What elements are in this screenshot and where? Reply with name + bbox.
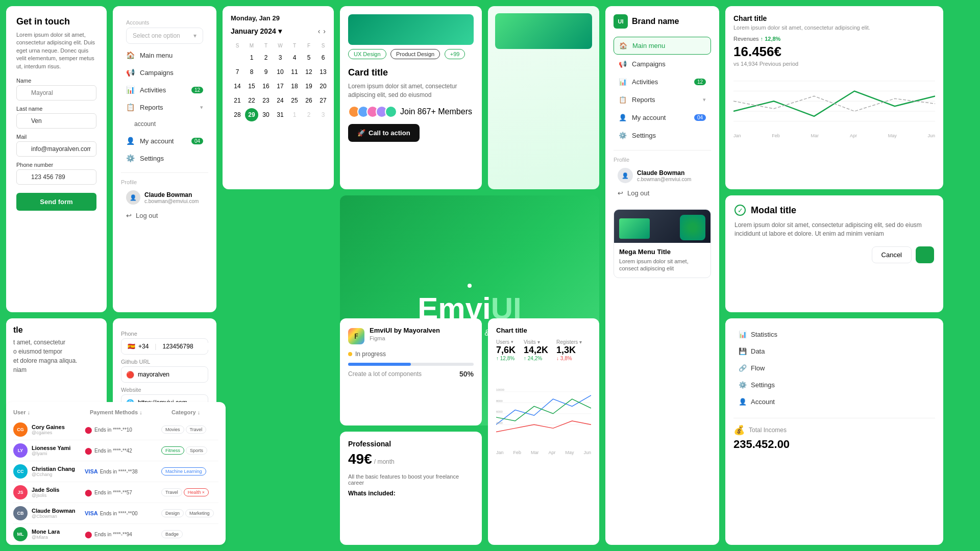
my-account-label: My account — [632, 114, 666, 121]
calendar-day[interactable]: 16 — [259, 80, 273, 93]
calendar-next-button[interactable]: › — [323, 27, 326, 35]
ux-card-image — [348, 14, 474, 45]
sidebar-item-reports[interactable]: 📋 Reports ▾ — [121, 99, 208, 115]
sidebar-item-my-account[interactable]: 👤 My account 04 — [121, 133, 208, 149]
reports-chevron-icon: ▾ — [200, 104, 203, 111]
right-nav-flow[interactable]: 🔗 Flow — [733, 360, 935, 376]
right-nav-account[interactable]: 👤 Account — [733, 394, 935, 410]
main-menu-icon: 🏠 — [619, 42, 627, 49]
calendar-day[interactable]: 22 — [245, 94, 258, 107]
phone-field-label: Phone — [121, 331, 208, 337]
sidebar2-item-settings[interactable]: ⚙️ Settings — [614, 127, 711, 144]
calendar-day[interactable]: 23 — [259, 94, 273, 107]
small-chart-svg: 10000 8000 6000 4000 — [496, 367, 591, 449]
flow-icon: 🔗 — [739, 364, 747, 372]
calendar-day[interactable]: 30 — [259, 108, 273, 121]
calendar-day[interactable]: 3 — [274, 51, 287, 64]
accounts-chevron-icon: ▾ — [193, 32, 197, 39]
sidebar2-profile-email: c.bowman@emviui.com — [637, 177, 691, 182]
right-nav-statistics[interactable]: 📊 Statistics — [733, 327, 935, 342]
calendar-day[interactable]: 15 — [245, 80, 258, 93]
phone-input[interactable] — [16, 169, 96, 185]
pricing-card: Professional 49€ / month All the basic f… — [340, 432, 482, 545]
lastname-input[interactable] — [16, 113, 96, 129]
calendar-day[interactable]: 5 — [302, 51, 315, 64]
sidebar2-item-main-menu[interactable]: 🏠 Main menu — [614, 37, 711, 55]
right-nav-data[interactable]: 💾 Data — [733, 343, 935, 359]
sidebar2-item-activities[interactable]: 📊 Activities 12 — [614, 73, 711, 90]
calendar-day[interactable]: 6 — [316, 51, 330, 64]
calendar-day[interactable]: 20 — [316, 80, 330, 93]
avatar: LY — [13, 443, 28, 458]
payment-info: VISA Ends in ****-**38 — [85, 468, 161, 474]
sidebar-item-main-menu[interactable]: 🏠 Main menu — [121, 47, 208, 63]
calendar-day[interactable]: 4 — [288, 51, 301, 64]
project-header: 𝖥 EmviUI by Mayoralven Figma — [348, 327, 474, 346]
calendar-day[interactable]: 8 — [245, 65, 258, 79]
category-info: Movies Travel — [161, 425, 206, 434]
sidebar-item-campaigns[interactable]: 📢 Campaigns — [121, 64, 208, 81]
calendar-day[interactable]: 18 — [288, 80, 301, 93]
settings-label: Settings — [140, 155, 164, 162]
payment-info: VISA Ends in ****-**00 — [85, 510, 161, 516]
calendar-day-today[interactable]: 29 — [245, 108, 258, 121]
profile-row: 👤 Claude Bowman c.bowman@emviui.com — [121, 187, 208, 208]
user-handle: @Cbowman — [32, 514, 76, 519]
calendar-prev-button[interactable]: ‹ — [318, 27, 321, 35]
mail-field-group: Mail ✉ — [16, 134, 96, 157]
sidebar2-item-my-account[interactable]: 👤 My account 04 — [614, 109, 711, 126]
calendar-day[interactable]: 12 — [302, 65, 315, 79]
calendar-day[interactable]: 11 — [288, 65, 301, 79]
calendar-day[interactable]: 9 — [259, 65, 273, 79]
name-input[interactable] — [16, 85, 96, 101]
mail-input[interactable] — [16, 141, 96, 157]
tag-close-icon[interactable]: × — [202, 490, 205, 495]
cancel-button[interactable]: Cancel — [872, 246, 912, 263]
calendar-day[interactable]: 10 — [274, 65, 287, 79]
sidebar2-logout-button[interactable]: ↩ Log out — [614, 185, 711, 201]
reports-label: Reports — [632, 96, 655, 104]
right-nav-settings[interactable]: ⚙️ Settings — [733, 377, 935, 393]
calendar-day[interactable]: 21 — [231, 94, 244, 107]
user-name: Christian Chang — [32, 466, 75, 472]
user-name: Lionesse Yami — [32, 445, 70, 451]
send-form-button[interactable]: Send form — [16, 193, 96, 211]
user-handle: @Cchang — [32, 472, 75, 477]
phone-code: +34 — [138, 343, 149, 350]
sidebar2-item-reports[interactable]: 📋 Reports ▾ — [614, 91, 711, 108]
sidebar-item-settings[interactable]: ⚙️ Settings — [121, 150, 208, 166]
calendar-day[interactable]: 24 — [274, 94, 287, 107]
brand-name: Brand name — [632, 17, 679, 26]
sidebar2-item-campaigns[interactable]: 📢 Campaigns — [614, 56, 711, 72]
calendar-day[interactable]: 17 — [274, 80, 287, 93]
line-chart — [733, 71, 935, 132]
status-dot — [348, 352, 352, 356]
data-label: Data — [751, 347, 765, 355]
calendar-day[interactable]: 19 — [302, 80, 315, 93]
calendar-day[interactable]: 28 — [231, 108, 244, 121]
calendar-day[interactable]: 25 — [288, 94, 301, 107]
calendar-day[interactable]: 7 — [231, 65, 244, 79]
progress-bar-wrap — [348, 363, 474, 366]
my-account-icon: 👤 — [126, 137, 135, 145]
cta-button[interactable]: 🚀 Call to action — [348, 124, 420, 142]
logout-label: Log out — [136, 212, 158, 219]
confirm-button[interactable] — [916, 246, 934, 263]
sidebar-item-account[interactable]: account — [121, 116, 208, 132]
calendar-day[interactable]: 31 — [274, 108, 287, 121]
logout-button[interactable]: ↩ Log out — [121, 208, 208, 223]
calendar-day[interactable]: 27 — [316, 94, 330, 107]
sidebar-item-activities[interactable]: 📊 Activities 12 — [121, 82, 208, 98]
calendar-day[interactable]: 1 — [245, 51, 258, 64]
pricing-includes: Whats included: — [348, 490, 474, 497]
calendar-day[interactable]: 26 — [302, 94, 315, 107]
accounts-select[interactable]: Select one option ▾ — [126, 28, 203, 44]
calendar-day[interactable]: 14 — [231, 80, 244, 93]
progress-percent: 50% — [459, 370, 474, 378]
calendar-day[interactable]: 2 — [259, 51, 273, 64]
phone-number-input[interactable] — [162, 343, 216, 350]
calendar-day[interactable]: 13 — [316, 65, 330, 79]
calendar-month-year[interactable]: January 2024 ▾ — [231, 27, 282, 35]
category-tag: Fitness — [161, 446, 184, 455]
col-category-header: Category ↓ — [172, 409, 200, 415]
